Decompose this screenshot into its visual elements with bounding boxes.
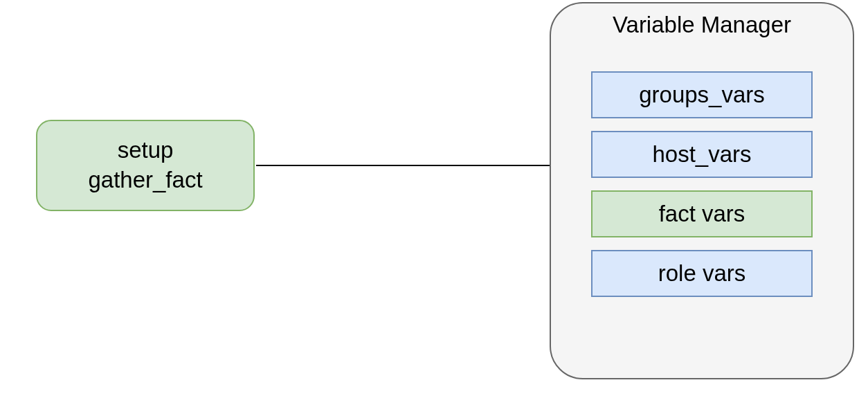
vm-item-host-vars: host_vars xyxy=(591,131,813,178)
setup-node: setup gather_fact xyxy=(36,120,255,211)
vm-item-groups-vars: groups_vars xyxy=(591,71,813,118)
vm-item-fact-vars: fact vars xyxy=(591,190,813,237)
variable-manager-container: Variable Manager groups_vars host_vars f… xyxy=(550,2,854,379)
variable-manager-items: groups_vars host_vars fact vars role var… xyxy=(551,71,853,297)
vm-item-role-vars: role vars xyxy=(591,250,813,297)
setup-line1: setup xyxy=(118,136,174,165)
setup-line2: gather_fact xyxy=(88,165,202,195)
arrow-line xyxy=(256,165,593,166)
variable-manager-title: Variable Manager xyxy=(551,12,853,38)
